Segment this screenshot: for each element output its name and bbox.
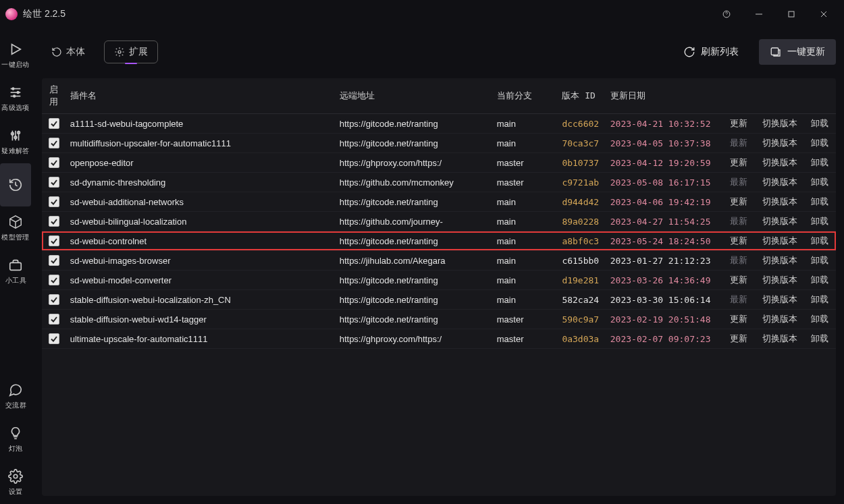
- sidebar-label: 一键启动: [1, 59, 30, 69]
- branch: main: [493, 290, 558, 310]
- update-button[interactable]: 更新: [730, 157, 747, 167]
- sidebar-item-bulb[interactable]: 灯泡: [0, 418, 31, 461]
- sidebar-item-settings[interactable]: 设置: [0, 461, 31, 504]
- uninstall-button[interactable]: 卸载: [811, 275, 828, 285]
- header-date: 更新日期: [606, 78, 721, 114]
- uninstall-button[interactable]: 卸载: [811, 333, 828, 343]
- update-date: 2023-04-06 19:42:19: [606, 192, 721, 212]
- table-row: openpose-editorhttps://ghproxy.com/https…: [42, 153, 836, 173]
- enable-checkbox[interactable]: [49, 255, 59, 266]
- uninstall-button[interactable]: 卸载: [811, 235, 828, 246]
- update-date: 2023-01-27 21:12:23: [606, 251, 721, 271]
- table-row: sd-dynamic-thresholdinghttps://github.co…: [42, 173, 836, 192]
- switch-version-button[interactable]: 切换版本: [762, 118, 797, 128]
- table-row: sd-webui-images-browserhttps://jihulab.c…: [42, 251, 836, 271]
- switch-version-button[interactable]: 切换版本: [762, 177, 797, 187]
- branch: master: [493, 153, 558, 173]
- enable-checkbox[interactable]: [49, 138, 59, 148]
- sidebar-item-chat[interactable]: 交流群: [0, 374, 31, 418]
- update-button[interactable]: 更新: [730, 196, 747, 206]
- titlebar: 绘世 2.2.5: [0, 0, 844, 28]
- sidebar-item-troubleshoot[interactable]: 疑难解答: [0, 120, 31, 163]
- sidebar-item-tools[interactable]: 小工具: [0, 250, 31, 293]
- close-button[interactable]: [809, 3, 839, 25]
- branch: main: [493, 231, 558, 251]
- enable-checkbox[interactable]: [49, 157, 59, 168]
- branch: main: [493, 192, 558, 212]
- tab-extensions[interactable]: 扩展: [104, 40, 158, 63]
- uninstall-button[interactable]: 卸载: [811, 196, 828, 206]
- uninstall-button[interactable]: 卸载: [811, 157, 828, 167]
- plugin-name: sd-webui-model-converter: [66, 271, 336, 290]
- enable-checkbox[interactable]: [49, 314, 59, 325]
- remote-url: https://jihulab.com/Akegara: [336, 251, 493, 271]
- branch: main: [493, 212, 558, 231]
- button-label: 一键更新: [787, 46, 825, 58]
- latest-label: 最新: [730, 177, 747, 187]
- switch-version-button[interactable]: 切换版本: [762, 235, 797, 246]
- refresh-list-button[interactable]: 刷新列表: [672, 39, 749, 65]
- remote-url: https://gitcode.net/ranting: [336, 192, 493, 212]
- update-button[interactable]: 更新: [730, 275, 747, 285]
- uninstall-button[interactable]: 卸载: [811, 177, 828, 187]
- tab-core[interactable]: 本体: [42, 40, 95, 63]
- update-all-button[interactable]: 一键更新: [759, 39, 836, 65]
- update-button[interactable]: 更新: [730, 333, 747, 343]
- sidebar-item-launch[interactable]: 一键启动: [0, 34, 31, 77]
- switch-version-button[interactable]: 切换版本: [762, 196, 797, 206]
- uninstall-button[interactable]: 卸载: [811, 314, 828, 324]
- switch-version-button[interactable]: 切换版本: [762, 157, 797, 167]
- uninstall-button[interactable]: 卸载: [811, 294, 828, 304]
- update-button[interactable]: 更新: [730, 314, 747, 324]
- enable-checkbox[interactable]: [49, 196, 59, 207]
- switch-version-button[interactable]: 切换版本: [762, 314, 797, 324]
- enable-checkbox[interactable]: [49, 333, 59, 344]
- switch-version-button[interactable]: 切换版本: [762, 216, 797, 226]
- enable-checkbox[interactable]: [49, 235, 59, 246]
- help-button[interactable]: [712, 3, 741, 25]
- uninstall-button[interactable]: 卸载: [811, 255, 828, 265]
- plugin-name: stable-diffusion-webui-localization-zh_C…: [66, 290, 336, 310]
- branch: main: [493, 251, 558, 271]
- sidebar-item-models[interactable]: 模型管理: [0, 206, 31, 250]
- uninstall-button[interactable]: 卸载: [811, 118, 828, 128]
- update-button[interactable]: 更新: [730, 235, 747, 246]
- extensions-table: 启用 插件名 远端地址 当前分支 版本 ID 更新日期 a1111-sd-web…: [42, 78, 836, 496]
- sidebar-label: 设置: [9, 486, 23, 496]
- version-id: dcc6602: [558, 114, 606, 134]
- update-date: 2023-03-30 15:06:14: [606, 290, 721, 310]
- minimize-button[interactable]: [744, 3, 774, 25]
- plugin-name: sd-dynamic-thresholding: [66, 173, 336, 192]
- version-id: a8bf0c3: [558, 231, 606, 251]
- version-id: 89a0228: [558, 212, 606, 231]
- enable-checkbox[interactable]: [49, 294, 59, 305]
- maximize-button[interactable]: [776, 3, 806, 25]
- switch-version-button[interactable]: 切换版本: [762, 255, 797, 265]
- switch-version-button[interactable]: 切换版本: [762, 333, 797, 343]
- uninstall-button[interactable]: 卸载: [811, 138, 828, 148]
- plugin-name: sd-webui-images-browser: [66, 251, 336, 271]
- enable-checkbox[interactable]: [49, 118, 59, 129]
- remote-url: https://gitcode.net/ranting: [336, 271, 493, 290]
- remote-url: https://gitcode.net/ranting: [336, 290, 493, 310]
- plugin-name: ultimate-upscale-for-automatic1111: [66, 329, 336, 349]
- branch: master: [493, 310, 558, 329]
- switch-version-button[interactable]: 切换版本: [762, 294, 797, 304]
- plugin-name: sd-webui-bilingual-localization: [66, 212, 336, 231]
- table-row: stable-diffusion-webui-wd14-taggerhttps:…: [42, 310, 836, 329]
- enable-checkbox[interactable]: [49, 216, 59, 227]
- svg-marker-5: [12, 44, 21, 54]
- uninstall-button[interactable]: 卸载: [811, 216, 828, 226]
- sidebar-item-advanced[interactable]: 高级选项: [0, 77, 31, 120]
- enable-checkbox[interactable]: [49, 275, 59, 285]
- update-button[interactable]: 更新: [730, 118, 747, 128]
- branch: master: [493, 173, 558, 192]
- latest-label: 最新: [730, 138, 747, 148]
- switch-version-button[interactable]: 切换版本: [762, 275, 797, 285]
- header-version: 版本 ID: [558, 78, 606, 114]
- switch-version-button[interactable]: 切换版本: [762, 138, 797, 148]
- branch: master: [493, 329, 558, 349]
- sidebar-item-history[interactable]: [0, 163, 31, 206]
- table-row: sd-webui-model-converterhttps://gitcode.…: [42, 271, 836, 290]
- enable-checkbox[interactable]: [49, 177, 59, 188]
